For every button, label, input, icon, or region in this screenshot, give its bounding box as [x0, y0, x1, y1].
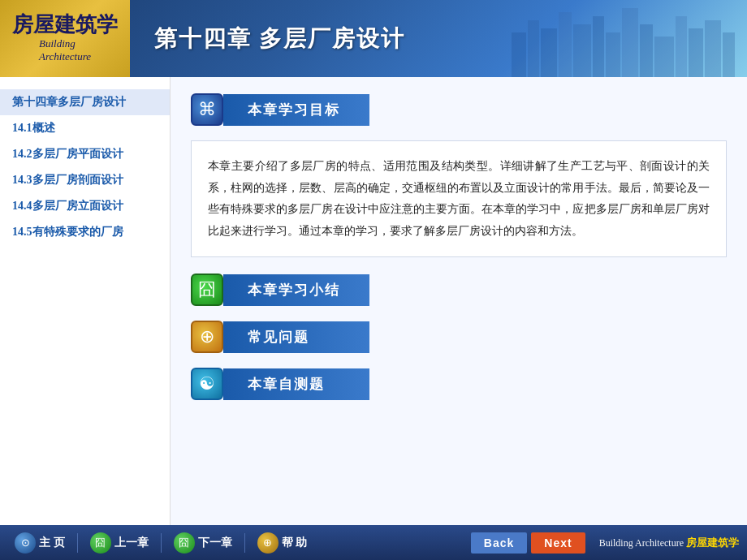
- svg-rect-12: [705, 20, 721, 77]
- header-logo: 房屋建筑学 Building Architecture: [0, 0, 130, 77]
- svg-rect-11: [689, 28, 703, 77]
- next-button[interactable]: Next: [531, 532, 585, 554]
- quiz-icon: ☯: [191, 368, 223, 400]
- home-label: 主 页: [39, 536, 65, 550]
- footer-prev-chapter-btn[interactable]: 囧 上一章: [84, 529, 155, 557]
- objectives-icon: ⌘: [191, 93, 223, 126]
- svg-rect-10: [676, 16, 687, 77]
- help-icon: ⊕: [257, 532, 279, 554]
- next-chapter-icon: 囧: [174, 532, 195, 554]
- footer-brand: Building Architecture 房屋建筑学: [599, 536, 739, 550]
- logo-text-main: 房屋建筑学: [12, 14, 118, 37]
- svg-rect-13: [723, 32, 735, 77]
- brand-cn: 房屋建筑学: [686, 536, 739, 549]
- sidebar-item-14-4[interactable]: 14.4多层厂房立面设计: [0, 193, 170, 219]
- section-btn-summary[interactable]: 囧 本章学习小结: [191, 274, 727, 306]
- prev-chapter-icon: 囧: [90, 532, 111, 554]
- brand-en: Building Architecture: [599, 537, 684, 549]
- content-area: ⌘ 本章学习目标 本章主要介绍了多层厂房的特点、适用范围及结构类型。详细讲解了生…: [171, 77, 747, 525]
- sidebar-item-14-2[interactable]: 14.2多层厂房平面设计: [0, 141, 170, 167]
- prev-chapter-label: 上一章: [114, 536, 149, 550]
- header: 房屋建筑学 Building Architecture 第十四章 多层厂房设计: [0, 0, 747, 77]
- logo-architecture: Architecture: [39, 50, 91, 62]
- footer-divider-1: [77, 533, 78, 553]
- objectives-label: 本章学习目标: [223, 94, 369, 126]
- svg-rect-2: [541, 28, 557, 77]
- next-chapter-label: 下一章: [198, 536, 232, 550]
- svg-rect-1: [528, 20, 539, 77]
- back-button[interactable]: Back: [471, 532, 527, 554]
- faq-icon: ⊕: [191, 321, 223, 353]
- summary-label: 本章学习小结: [223, 274, 369, 306]
- sidebar-item-ch14[interactable]: 第十四章多层厂房设计: [0, 89, 170, 115]
- help-label: 帮 助: [282, 536, 308, 550]
- intro-content: 本章主要介绍了多层厂房的特点、适用范围及结构类型。详细讲解了生产工艺与平、剖面设…: [208, 160, 710, 237]
- svg-rect-8: [640, 24, 653, 77]
- svg-rect-0: [512, 32, 526, 77]
- footer-help-btn[interactable]: ⊕ 帮 助: [251, 529, 314, 557]
- sidebar-item-14-3[interactable]: 14.3多层厂房剖面设计: [0, 167, 170, 193]
- main-container: 第十四章多层厂房设计 14.1概述 14.2多层厂房平面设计 14.3多层厂房剖…: [0, 77, 747, 525]
- svg-rect-4: [573, 24, 591, 77]
- section-btn-quiz[interactable]: ☯ 本章自测题: [191, 368, 727, 400]
- footer-divider-2: [161, 533, 162, 553]
- section-btn-faq[interactable]: ⊕ 常见问题: [191, 321, 727, 353]
- summary-icon: 囧: [191, 274, 223, 306]
- svg-rect-9: [654, 37, 674, 77]
- faq-label: 常见问题: [223, 321, 369, 353]
- logo-building: Building: [39, 37, 76, 50]
- footer: ⊙ 主 页 囧 上一章 囧 下一章 ⊕ 帮 助 Back Next Buildi…: [0, 525, 747, 560]
- sidebar-item-14-1[interactable]: 14.1概述: [0, 115, 170, 141]
- svg-rect-3: [559, 12, 572, 77]
- footer-next-chapter-btn[interactable]: 囧 下一章: [167, 529, 239, 557]
- quiz-label: 本章自测题: [223, 368, 369, 400]
- svg-rect-6: [606, 32, 620, 77]
- sidebar: 第十四章多层厂房设计 14.1概述 14.2多层厂房平面设计 14.3多层厂房剖…: [0, 77, 171, 525]
- footer-home-btn[interactable]: ⊙ 主 页: [8, 529, 71, 557]
- chapter-intro-text: 本章主要介绍了多层厂房的特点、适用范围及结构类型。详细讲解了生产工艺与平、剖面设…: [191, 140, 727, 257]
- logo-text-sub: Building Architecture: [39, 37, 91, 63]
- svg-rect-7: [622, 8, 638, 77]
- page-title: 第十四章 多层厂房设计: [154, 24, 405, 54]
- sidebar-item-14-5[interactable]: 14.5有特殊要求的厂房: [0, 219, 170, 245]
- home-icon: ⊙: [15, 532, 36, 554]
- footer-divider-3: [244, 533, 245, 553]
- header-city-decoration: [503, 0, 747, 77]
- section-btn-objectives[interactable]: ⌘ 本章学习目标: [191, 93, 727, 126]
- svg-rect-5: [593, 16, 604, 77]
